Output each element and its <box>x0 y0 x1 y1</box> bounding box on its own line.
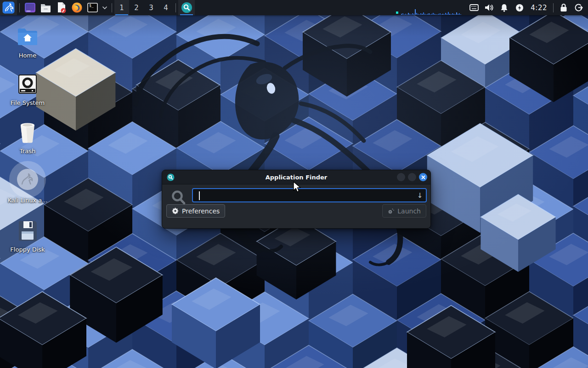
keyboard-icon <box>469 4 479 11</box>
workspace-2-button[interactable]: 2 <box>129 0 144 15</box>
preferences-button[interactable]: Preferences <box>166 204 225 218</box>
cpu-graph[interactable] <box>396 0 464 15</box>
chevron-down-icon <box>102 6 107 10</box>
search-input[interactable] <box>193 192 414 199</box>
panel-separator <box>112 3 112 12</box>
workspace-2-label: 2 <box>134 4 139 12</box>
logout-icon <box>574 3 583 12</box>
panel-separator <box>19 3 20 12</box>
desktop-icon-floppy-disk[interactable]: Floppy Disk <box>2 219 53 253</box>
lock-screen-button[interactable] <box>556 0 571 15</box>
close-button[interactable] <box>419 173 427 181</box>
application-finder-icon <box>181 2 192 13</box>
maximize-button[interactable] <box>408 173 416 181</box>
clock-time: 4:22 <box>531 4 547 12</box>
svg-text:$_: $_ <box>89 4 94 8</box>
keyboard-layout-indicator[interactable] <box>466 0 481 15</box>
launch-gear-icon <box>388 208 394 214</box>
screen: $_ 1 2 3 4 <box>0 0 588 368</box>
workspace-1-label: 1 <box>119 4 124 12</box>
launcher-firefox[interactable] <box>69 0 85 15</box>
desktop-icon-label: Home <box>2 52 53 59</box>
text-editor-icon <box>56 2 67 13</box>
kali-installer-icon <box>8 160 47 199</box>
desktop-icon-label: File System <box>2 99 53 106</box>
notifications-plugin[interactable] <box>497 0 512 15</box>
home-folder-icon <box>17 28 38 46</box>
desktop-icon-label: Kali Linux a... <box>2 197 53 204</box>
launcher-file-manager[interactable] <box>38 0 53 15</box>
launch-label: Launch <box>397 207 421 215</box>
workspace-1-button[interactable]: 1 <box>114 0 129 15</box>
power-bolt-icon <box>515 4 524 12</box>
workspace-4-label: 4 <box>164 4 168 12</box>
launcher-text-editor[interactable] <box>53 0 69 15</box>
workspace-3-label: 3 <box>149 4 153 12</box>
dialog-body: ↓ Preferences Launch <box>162 184 430 228</box>
workspace-4-button[interactable]: 4 <box>158 0 173 15</box>
launcher-dropdown-button[interactable] <box>100 0 109 15</box>
workspace-3-button[interactable]: 3 <box>144 0 158 15</box>
window-controls <box>397 173 427 181</box>
lock-icon <box>560 3 567 12</box>
top-panel: $_ 1 2 3 4 <box>0 0 588 15</box>
volume-icon <box>485 4 493 12</box>
desktop-icon-kali-linux[interactable]: Kali Linux a... <box>2 166 53 204</box>
minimize-button[interactable] <box>397 173 405 181</box>
kali-menu-icon <box>2 1 15 14</box>
desktop-icon-label: Floppy Disk <box>2 246 53 253</box>
power-manager-plugin[interactable] <box>512 0 527 15</box>
search-entry[interactable]: ↓ <box>192 188 427 202</box>
applications-menu-button[interactable] <box>0 0 17 15</box>
cpu-graph-bars <box>401 0 464 15</box>
taskbar-application-finder-button[interactable] <box>178 0 195 15</box>
entry-dropdown-arrow-icon[interactable]: ↓ <box>414 191 426 200</box>
volume-control[interactable] <box>481 0 497 15</box>
launch-button[interactable]: Launch <box>382 204 426 218</box>
window-title: Application Finder <box>162 170 430 184</box>
bell-icon <box>500 4 508 12</box>
logout-button[interactable] <box>571 0 586 15</box>
launcher-terminal-prompt[interactable]: $_ <box>85 0 100 15</box>
firefox-icon <box>71 2 83 13</box>
gear-icon <box>172 207 179 214</box>
terminal-prompt-icon: $_ <box>87 2 98 13</box>
file-manager-icon <box>40 2 51 13</box>
active-workspace-indicator <box>115 14 128 15</box>
preferences-label: Preferences <box>182 207 220 215</box>
launcher-terminal-emulator[interactable] <box>22 0 38 15</box>
text-caret <box>199 191 200 200</box>
desktop-icon-label: Trash <box>2 148 53 155</box>
floppy-disk-icon <box>17 220 38 242</box>
active-window-indicator <box>180 14 193 15</box>
terminal-emulator-icon <box>24 2 36 13</box>
panel-separator <box>175 3 176 12</box>
cpu-graph-led <box>396 12 398 14</box>
clock[interactable]: 4:22 <box>527 0 551 15</box>
application-finder-window: Application Finder ↓ <box>162 170 431 229</box>
desktop-icon-trash[interactable]: Trash <box>2 121 53 155</box>
desktop-icon-home[interactable]: Home <box>2 25 53 59</box>
hard-drive-icon <box>17 74 38 94</box>
panel-separator <box>553 3 554 12</box>
trash-icon <box>17 121 38 144</box>
search-icon <box>170 190 187 206</box>
close-icon <box>421 175 425 179</box>
titlebar[interactable]: Application Finder <box>162 170 430 184</box>
desktop-icon-file-system[interactable]: File System <box>2 73 53 106</box>
